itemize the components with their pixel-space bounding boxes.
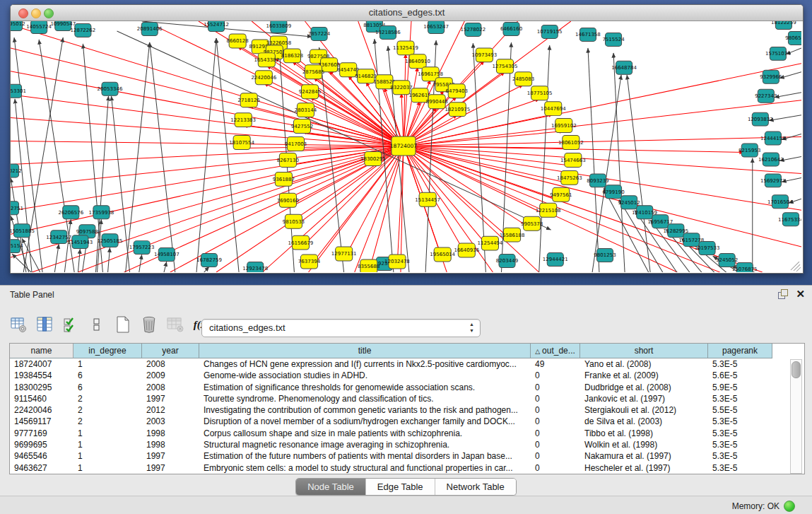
cell-title[interactable]: Estimation of significance thresholds fo… (199, 382, 531, 393)
edge[interactable] (300, 146, 404, 249)
graph-node[interactable]: 9361887 (273, 172, 295, 186)
close-panel-icon[interactable]: ✕ (796, 288, 805, 300)
cell-pagerank[interactable]: 5.3E-5 (708, 439, 772, 450)
column-header-title[interactable]: title (199, 344, 531, 358)
edge[interactable] (613, 53, 625, 272)
cell-year[interactable]: 1998 (142, 439, 199, 450)
cell-short[interactable]: Tibbo et al. (1998) (580, 428, 708, 439)
cell-out_de[interactable]: 0 (531, 393, 580, 404)
graph-node[interactable]: 12213383 (230, 113, 256, 127)
table-scrollbar[interactable] (790, 359, 802, 474)
cell-short[interactable]: Stergiakouli et al. (2012) (580, 404, 708, 416)
graph-node[interactable]: 9801253 (594, 249, 616, 262)
graph-node[interactable]: 6466160 (500, 22, 522, 35)
edge[interactable] (150, 42, 175, 272)
network-canvas[interactable]: 9495012140557241099054712872262208914061… (11, 21, 801, 272)
cell-title[interactable]: Investigating the contribution of common… (199, 404, 531, 416)
edge[interactable] (592, 75, 621, 272)
cell-short[interactable]: Franke et al. (2009) (580, 370, 708, 381)
graph-node[interactable]: 16210643 (758, 153, 784, 166)
graph-node[interactable]: 18061052 (558, 136, 584, 150)
cell-in_degree[interactable]: 2 (73, 416, 142, 427)
cell-pagerank[interactable]: 5.3E-5 (708, 358, 772, 370)
show-columns-icon[interactable] (35, 315, 54, 334)
graph-node[interactable]: 12444158 (760, 132, 786, 145)
cell-name[interactable]: 9777169 (10, 428, 73, 439)
table-row[interactable]: 1830029562008Estimation of significance … (10, 382, 804, 393)
graph-node[interactable]: 8990212 (11, 164, 22, 177)
graph-node[interactable]: 7690160 (277, 193, 299, 207)
graph-node[interactable]: 15692971 (760, 174, 786, 187)
graph-node[interactable]: 14671358 (575, 28, 601, 41)
graph-node[interactable]: 11325419 (393, 41, 418, 55)
table-row[interactable]: 946554611997Estimation of the future num… (10, 450, 804, 462)
edge[interactable] (283, 146, 404, 185)
graph-node[interactable]: 9905378 (521, 216, 543, 230)
cell-out_de[interactable]: 0 (531, 382, 580, 393)
graph-node[interactable]: 9329966 (760, 70, 782, 83)
graph-node[interactable]: 20553301 (11, 84, 26, 98)
table-row[interactable]: 911546021997Tourette syndrome. Phenomeno… (10, 393, 804, 404)
edge[interactable] (539, 45, 550, 272)
cell-name[interactable]: 9115460 (10, 393, 73, 404)
graph-node[interactable]: 9427552 (291, 119, 313, 134)
graph-node[interactable]: 20053346 (98, 82, 123, 95)
cell-out_de[interactable]: 0 (531, 462, 580, 474)
edge[interactable] (627, 75, 650, 272)
graph-node[interactable]: 9242845 (299, 85, 321, 99)
graph-node[interactable]: 20891406 (137, 22, 163, 35)
cell-name[interactable]: 22420046 (10, 404, 73, 416)
cell-year[interactable]: 2008 (142, 382, 199, 393)
graph-node[interactable]: 15134457 (415, 192, 440, 206)
table-row[interactable]: 1872400712008Changes of HCN gene express… (10, 358, 804, 370)
cell-short[interactable]: Jankovic et al. (1997) (580, 393, 708, 404)
graph-node[interactable]: 12505185 (98, 234, 123, 247)
table-row[interactable]: 969969511998Structural magnetic resonanc… (10, 439, 804, 450)
cell-in_degree[interactable]: 1 (73, 358, 142, 370)
cell-short[interactable]: Yano et al. (2008) (580, 358, 708, 370)
graph-node[interactable]: 8355688 (358, 259, 379, 272)
cell-in_degree[interactable]: 1 (73, 428, 142, 439)
graph-node[interactable]: 11675334 (778, 213, 801, 226)
edge[interactable] (126, 42, 150, 272)
cell-pagerank[interactable]: 5.3E-5 (708, 450, 772, 462)
graph-node[interactable]: 15278022 (460, 23, 486, 36)
network-window-titlebar[interactable]: citations_edges.txt (11, 5, 803, 21)
edge[interactable] (78, 249, 80, 272)
cell-short[interactable]: Dudbridge et al. (2008) (580, 382, 708, 393)
cell-year[interactable]: 1998 (142, 428, 199, 439)
graph-node[interactable]: 8267130 (277, 153, 299, 167)
graph-node[interactable]: 2803144 (295, 103, 317, 117)
cell-year[interactable]: 2008 (142, 358, 199, 370)
graph-node[interactable]: 12215108 (536, 203, 561, 217)
cell-out_de[interactable]: 0 (531, 439, 580, 450)
cell-short[interactable]: de Silva et al. (2003) (580, 416, 708, 427)
graph-node[interactable]: 8186328 (281, 49, 303, 63)
graph-node[interactable]: 17359938 (89, 206, 114, 219)
graph-node[interactable]: 16648784 (611, 61, 637, 74)
cell-title[interactable]: Tourette syndrome. Phenomenology and cla… (199, 393, 531, 404)
graph-node[interactable]: 14055724 (26, 21, 52, 33)
graph-node[interactable]: 16959102 (551, 119, 577, 133)
cell-title[interactable]: Genome-wide association studies in ADHD. (199, 370, 531, 381)
cell-title[interactable]: Structural magnetic resonance image aver… (199, 439, 531, 450)
graph-node[interactable]: 9227343 (755, 89, 777, 103)
graph-node[interactable]: 7637394 (298, 255, 321, 269)
cell-out_de[interactable]: 0 (531, 450, 580, 462)
cell-pagerank[interactable]: 5.3E-5 (708, 428, 772, 439)
graph-node[interactable]: 12944421 (543, 253, 568, 267)
row-height-icon[interactable] (87, 315, 107, 334)
edge[interactable] (11, 146, 404, 235)
edge[interactable] (11, 146, 404, 188)
cell-short[interactable]: Wolkin et al. (1998) (580, 439, 708, 450)
cell-short[interactable]: Hescheler et al. (1997) (580, 462, 708, 474)
table-row[interactable]: 946362711997Embryonic stem cells: a mode… (10, 462, 804, 474)
graph-node[interactable]: 9417003 (285, 137, 307, 151)
graph-node[interactable]: 10719155 (537, 25, 563, 38)
edge[interactable] (164, 262, 167, 272)
scrollbar-thumb[interactable] (792, 361, 801, 378)
graph-node[interactable]: 8660128 (227, 34, 249, 48)
cell-name[interactable]: 18724007 (10, 358, 73, 370)
cell-pagerank[interactable]: 5.6E-5 (708, 370, 772, 381)
cell-out_de[interactable]: 49 (531, 358, 580, 370)
